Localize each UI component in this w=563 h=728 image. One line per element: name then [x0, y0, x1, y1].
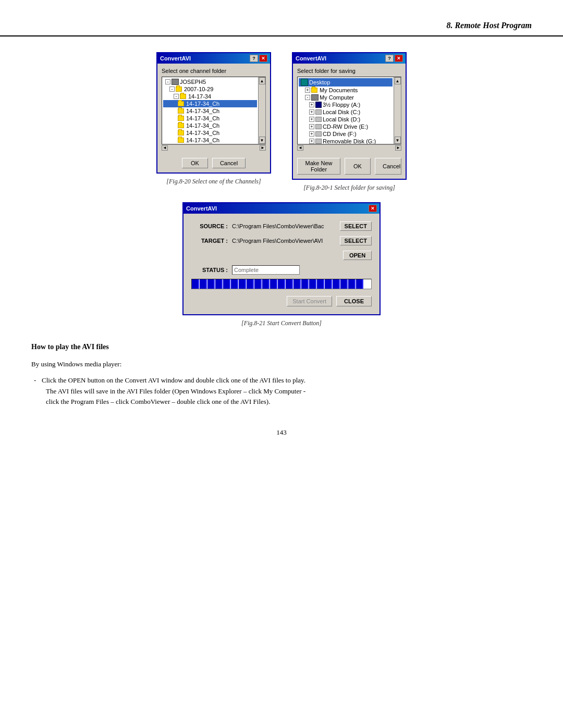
progress-segment — [215, 279, 223, 289]
dialog2-close-btn[interactable]: ✕ — [395, 55, 403, 62]
dialog2-new-folder-button[interactable]: Make New Folder — [297, 158, 340, 175]
tree-item[interactable]: + Removable Disk (G:) — [299, 138, 393, 144]
tree-item-label: CD Drive (F:) — [323, 131, 357, 137]
folder-icon — [178, 101, 184, 106]
tree-item-desktop[interactable]: Desktop — [299, 78, 393, 87]
scroll-down[interactable]: ▼ — [395, 137, 401, 144]
dialog2-cancel-button[interactable]: Cancel — [375, 158, 401, 175]
expand-icon[interactable]: + — [305, 88, 310, 93]
expand-icon[interactable]: + — [309, 102, 314, 107]
progress-segment — [270, 279, 277, 289]
tree-item[interactable]: 14-17-34_Ch — [163, 137, 257, 144]
folder-icon — [178, 123, 184, 128]
dialog1-buttons: OK Cancel — [157, 155, 270, 172]
dialog3-wrapper: ConvertAVI ✕ SOURCE : C:\Program Files\C… — [31, 202, 532, 327]
dialog3-close-btn[interactable]: ✕ — [369, 205, 377, 212]
dialog1-help-btn[interactable]: ? — [250, 55, 258, 62]
tree-item[interactable]: 14-17-34_Ch — [163, 115, 257, 122]
source-select-button[interactable]: SELECT — [340, 221, 372, 231]
expand-icon[interactable]: - — [165, 79, 170, 84]
dialog3-titlebar: ConvertAVI ✕ — [183, 203, 380, 214]
dialog1-title: ConvertAVI — [160, 55, 191, 61]
tree-item[interactable]: 14-17-34_Ch — [163, 122, 257, 129]
scroll-left[interactable]: ◄ — [162, 145, 168, 151]
expand-icon[interactable]: - — [174, 94, 179, 99]
tree-item[interactable]: + Local Disk (D:) — [299, 116, 393, 123]
expand-icon[interactable]: + — [309, 139, 314, 144]
status-input — [232, 265, 300, 275]
dialog1-body: Select one channel folder - JOSEPH5 — [157, 64, 270, 155]
status-row: STATUS : — [191, 265, 372, 275]
tree-item-label: My Documents — [320, 87, 358, 93]
tree-item[interactable]: + CD Drive (F:) — [299, 130, 393, 138]
scroll-down[interactable]: ▼ — [259, 137, 265, 144]
dialog2-hscroll[interactable]: ◄ ► — [297, 144, 401, 151]
progress-segment — [231, 279, 238, 289]
scroll-up[interactable]: ▲ — [395, 77, 401, 84]
expand-icon[interactable]: + — [309, 124, 314, 129]
computer-icon — [172, 79, 179, 85]
dialog1-cancel-button[interactable]: Cancel — [212, 158, 246, 168]
body-heading: How to play the AVI files — [31, 343, 532, 351]
dialog2-help-btn[interactable]: ? — [385, 55, 394, 62]
dialog2-caption: [Fig.8-20-1 Select folder for saving] — [303, 184, 395, 192]
scroll-right[interactable]: ► — [260, 145, 266, 151]
dialog1-scrollbar[interactable]: ▲ ▼ — [258, 77, 265, 144]
tree-item[interactable]: - 2007-10-29 — [163, 85, 257, 93]
scroll-right[interactable]: ► — [395, 145, 401, 151]
progress-segment — [223, 279, 230, 289]
target-select-button[interactable]: SELECT — [340, 236, 372, 245]
progress-bar — [191, 279, 372, 289]
tree-item-label: Removable Disk (G:) — [323, 138, 376, 144]
tree-item[interactable]: - 14-17-34 — [163, 93, 257, 100]
tree-item-label: 2007-10-29 — [184, 86, 213, 92]
dialog2-scrollbar[interactable]: ▲ ▼ — [394, 77, 401, 144]
page-header: 8. Remote Host Program — [0, 0, 563, 36]
dialog2-buttons: Make New Folder OK Cancel — [293, 155, 406, 179]
expand-icon[interactable]: + — [309, 131, 314, 137]
tree-item[interactable]: + Local Disk (C:) — [299, 108, 393, 116]
tree-item[interactable]: 14-17-34_Ch — [163, 107, 257, 115]
drive-icon — [315, 139, 322, 144]
tree-item-selected[interactable]: 14-17-34_Ch — [163, 100, 257, 107]
dialog1-ok-button[interactable]: OK — [182, 158, 208, 168]
scroll-left[interactable]: ◄ — [297, 145, 303, 151]
progress-segment — [192, 279, 199, 289]
tree-item[interactable]: + My Documents — [299, 87, 393, 94]
tree-item-label: 14-17-34_Ch — [186, 137, 219, 143]
tree-item[interactable]: 14-17-34_Ch — [163, 129, 257, 137]
dialog2-title: ConvertAVI — [296, 55, 326, 61]
folder-icon — [178, 130, 184, 135]
expand-icon[interactable]: - — [305, 95, 310, 100]
tree-item[interactable]: + CD-RW Drive (E:) — [299, 123, 393, 130]
progress-segment — [356, 279, 363, 289]
tree-item[interactable]: + 3½ Floppy (A:) — [299, 101, 393, 108]
dialog1-hscroll[interactable]: ◄ ► — [162, 144, 266, 151]
tree-item[interactable]: - JOSEPH5 — [163, 78, 257, 85]
tree-item-label: Local Disk (C:) — [323, 109, 360, 115]
tree-item-label: JOSEPH5 — [180, 79, 206, 85]
close-button[interactable]: CLOSE — [336, 296, 372, 306]
page-number: 143 — [31, 428, 532, 452]
expand-icon[interactable]: + — [309, 109, 314, 115]
expand-icon[interactable]: - — [169, 87, 175, 92]
tree-item[interactable]: - My Computer — [299, 94, 393, 101]
dialog2-ok-button[interactable]: OK — [345, 158, 371, 175]
dialog3-body: SOURCE : C:\Program Files\ComboViewer\Ba… — [183, 214, 380, 314]
progress-fill — [192, 279, 364, 289]
folder-icon — [178, 138, 184, 143]
dialog1-titlebar: ConvertAVI ? ✕ — [157, 53, 270, 64]
expand-icon[interactable]: + — [309, 117, 314, 122]
drive-icon — [315, 124, 322, 129]
tree-item-label: Local Disk (D:) — [323, 116, 360, 122]
progress-segment — [239, 279, 246, 289]
dialog1-close-btn[interactable]: ✕ — [259, 55, 267, 62]
open-button[interactable]: OPEN — [343, 251, 372, 260]
dialog3-title-buttons: ✕ — [369, 205, 377, 212]
progress-segment — [333, 279, 340, 289]
start-convert-button[interactable]: Start Convert — [287, 296, 332, 306]
source-label: SOURCE : — [191, 223, 228, 229]
dialog1-tree[interactable]: - JOSEPH5 - 2007-10-29 — [162, 77, 266, 144]
scroll-up[interactable]: ▲ — [259, 77, 265, 84]
dialog2-tree[interactable]: Desktop + My Documents - — [297, 77, 401, 144]
